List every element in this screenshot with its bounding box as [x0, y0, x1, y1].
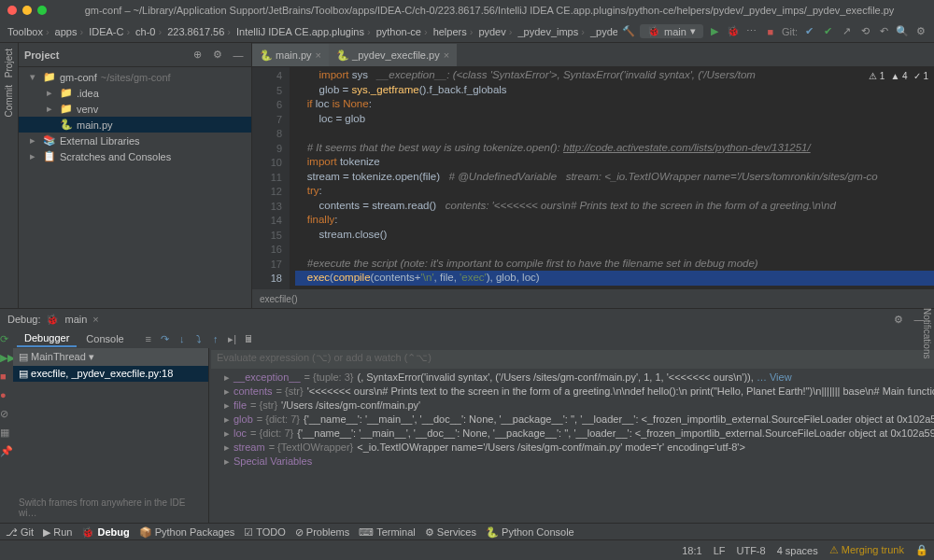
variable-row[interactable]: ▸ loc = {dict: 7} {'__name__': '__main__…: [209, 427, 934, 441]
variable-row[interactable]: ▸ file = {str} '/Users /sites/gm-conf/ma…: [209, 399, 934, 413]
status-merge[interactable]: ⚠ Merging trunk: [829, 544, 904, 556]
debug-config-name[interactable]: main: [64, 314, 87, 325]
evaluate-input[interactable]: Evaluate expression (⌥) or add a watch (…: [211, 350, 934, 369]
project-view-label[interactable]: Project: [24, 49, 184, 61]
editor-tabs: 🐍 main.py ×🐍 _pydev_execfile.py ×: [252, 43, 934, 67]
status-line-sep[interactable]: LF: [714, 545, 726, 556]
breakpoints-icon[interactable]: ●: [0, 389, 13, 402]
notifications-tab[interactable]: Notifications: [922, 308, 932, 358]
breadcrumb-item[interactable]: _pydev_execfile.py: [588, 26, 617, 37]
breadcrumb-item[interactable]: IDEA-C: [87, 26, 132, 37]
code-area[interactable]: import sys __exception__: (<class 'Synta…: [290, 67, 934, 289]
thread-icon[interactable]: ≡: [141, 331, 156, 346]
variable-row[interactable]: ▸ Special Variables: [209, 455, 934, 469]
run-to-cursor-icon[interactable]: ▸|: [225, 331, 240, 346]
stack-frame[interactable]: ▤ execfile, _pydev_execfile.py:18: [13, 366, 208, 382]
breadcrumb[interactable]: ToolboxappsIDEA-Cch-0223.8617.56IntelliJ…: [6, 26, 617, 37]
layout-icon[interactable]: ▦: [0, 427, 13, 440]
window-zoom-icon[interactable]: [37, 6, 47, 15]
tool-tab-todo[interactable]: ☑ TODO: [244, 526, 285, 539]
tab-console[interactable]: Console: [78, 331, 131, 346]
status-charset[interactable]: UTF-8: [736, 545, 765, 556]
git-label: Git:: [782, 26, 798, 37]
tool-tab-run[interactable]: ▶ Run: [43, 526, 72, 539]
inspection-badges[interactable]: ⚠ 1▲ 4✓ 1: [869, 71, 928, 81]
bottom-tool-tabs: ⎇ Git▶ Run🐞 Debug📦 Python Packages☑ TODO…: [0, 523, 934, 541]
hide-icon[interactable]: —: [231, 48, 246, 63]
variable-row[interactable]: ▸ __exception__ = {tuple: 3} (, SyntaxEr…: [209, 371, 934, 385]
step-out-icon[interactable]: ↑: [208, 331, 223, 346]
git-commit-icon[interactable]: ✔: [820, 24, 835, 39]
run-config-selector[interactable]: 🐞 main ▾: [640, 24, 703, 38]
step-over-icon[interactable]: ↷: [158, 331, 173, 346]
tool-tab-debug[interactable]: 🐞 Debug: [81, 526, 129, 539]
tool-tab-python-console[interactable]: 🐍 Python Console: [486, 526, 574, 539]
evaluate-icon[interactable]: 🖩: [242, 331, 257, 346]
variable-row[interactable]: ▸ glob = {dict: 7} {'__name__': '__main_…: [209, 413, 934, 427]
tool-tab-problems[interactable]: ⊘ Problems: [295, 526, 350, 539]
breadcrumb-item[interactable]: _pydev_imps: [516, 26, 587, 37]
frames-panel: ▤ MainThread ▾ ▤ execfile, _pydev_execfi…: [13, 348, 209, 523]
editor-tab[interactable]: 🐍 _pydev_execfile.py ×: [329, 44, 457, 66]
tab-debugger[interactable]: Debugger: [17, 330, 77, 347]
status-lock-icon[interactable]: 🔒: [915, 544, 928, 556]
build-icon[interactable]: 🔨: [621, 24, 636, 39]
tree-item[interactable]: ▾📁gm-conf ~/sites/gm-conf: [19, 69, 251, 85]
mute-bp-icon[interactable]: ⊘: [0, 408, 13, 421]
git-rollback-icon[interactable]: ↶: [876, 24, 891, 39]
tool-tab-services[interactable]: ⚙ Services: [425, 526, 476, 539]
breadcrumb-item[interactable]: Toolbox: [6, 26, 51, 37]
breadcrumb-item[interactable]: 223.8617.56: [165, 26, 233, 37]
stop-debug-icon[interactable]: ■: [0, 371, 13, 384]
variable-row[interactable]: ▸ stream = {TextIOWrapper} <_io.TextIOWr…: [209, 441, 934, 455]
window-close-icon[interactable]: [7, 6, 17, 15]
git-update-icon[interactable]: ✔: [801, 24, 816, 39]
breadcrumb-item[interactable]: python-ce: [375, 26, 430, 37]
close-tab-icon[interactable]: ×: [92, 314, 98, 325]
editor: 🐍 main.py ×🐍 _pydev_execfile.py × 456789…: [252, 43, 934, 308]
thread-selector[interactable]: ▤ MainThread ▾: [13, 348, 208, 366]
close-tab-icon[interactable]: ×: [316, 49, 321, 61]
code-breadcrumb[interactable]: execfile(): [252, 289, 934, 308]
tree-item[interactable]: ▸📋Scratches and Consoles: [19, 148, 251, 164]
tree-item[interactable]: 🐍main.py: [19, 117, 251, 133]
rail-commit[interactable]: Commit: [4, 85, 14, 117]
window-minimize-icon[interactable]: [22, 6, 32, 15]
select-opened-icon[interactable]: ⊕: [190, 48, 205, 63]
debug-gear-icon[interactable]: ⚙: [891, 312, 906, 327]
gear-icon[interactable]: ⚙: [210, 48, 225, 63]
rail-project[interactable]: Project: [4, 49, 14, 77]
more-run-icon[interactable]: ⋯: [744, 24, 759, 39]
navigation-bar: ToolboxappsIDEA-Cch-0223.8617.56IntelliJ…: [0, 21, 934, 43]
resume-icon[interactable]: ▶▶: [0, 352, 13, 365]
stop-icon[interactable]: ■: [763, 24, 778, 39]
debug-icon[interactable]: 🐞: [726, 24, 741, 39]
breadcrumb-item[interactable]: IntelliJ IDEA CE.app.plugins: [234, 26, 373, 37]
gutter[interactable]: 456789101112131415161718: [252, 67, 290, 289]
git-push-icon[interactable]: ↗: [839, 24, 854, 39]
tree-item[interactable]: ▸📁venv: [19, 101, 251, 117]
git-history-icon[interactable]: ⟲: [857, 24, 872, 39]
search-icon[interactable]: 🔍: [895, 24, 910, 39]
status-position[interactable]: 18:1: [682, 545, 701, 556]
tool-tab-python-packages[interactable]: 📦 Python Packages: [139, 526, 235, 539]
breadcrumb-item[interactable]: ch-0: [134, 26, 163, 37]
step-into-icon[interactable]: ↓: [175, 331, 190, 346]
tool-tab-terminal[interactable]: ⌨ Terminal: [359, 526, 415, 539]
tree-item[interactable]: ▸📚External Libraries: [19, 133, 251, 148]
breadcrumb-item[interactable]: pydev: [476, 26, 514, 37]
tool-tab-git[interactable]: ⎇ Git: [6, 526, 34, 539]
pin-icon[interactable]: 📌: [0, 445, 13, 458]
settings-icon[interactable]: ⚙: [913, 24, 928, 39]
breadcrumb-item[interactable]: helpers: [432, 26, 475, 37]
step-into-my-icon[interactable]: ⤵: [191, 331, 206, 346]
status-indent[interactable]: 4 spaces: [777, 545, 818, 556]
run-icon[interactable]: ▶: [707, 24, 722, 39]
tree-item[interactable]: ▸📁.idea: [19, 85, 251, 101]
breadcrumb-item[interactable]: apps: [53, 26, 86, 37]
variable-row[interactable]: ▸ contents = {str} '<<<<<<< ours\n# Prin…: [209, 385, 934, 399]
close-tab-icon[interactable]: ×: [444, 49, 449, 61]
editor-tab[interactable]: 🐍 main.py ×: [252, 44, 329, 66]
status-bar: 18:1 LF UTF-8 4 spaces ⚠ Merging trunk 🔒: [0, 539, 934, 560]
rerun-icon[interactable]: ⟳: [0, 333, 13, 346]
